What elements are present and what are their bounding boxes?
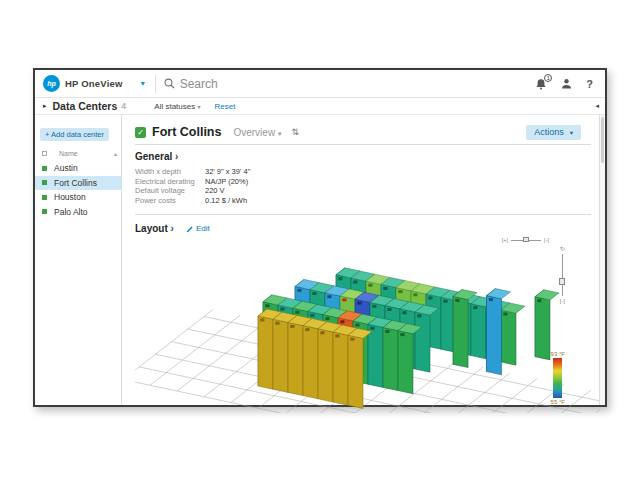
slider-track[interactable] xyxy=(511,240,541,241)
add-data-center-button[interactable]: + Add data center xyxy=(40,128,109,141)
content-scrollbar[interactable] xyxy=(599,115,605,405)
field-default-voltage: Default voltage 220 V xyxy=(135,186,591,196)
search-input[interactable] xyxy=(180,77,410,91)
pin-activity-icon[interactable]: ⇅ xyxy=(291,127,299,137)
divider xyxy=(135,214,591,215)
status-ok-icon xyxy=(42,166,47,171)
search-bar[interactable] xyxy=(164,77,536,91)
slider-handle[interactable] xyxy=(523,237,529,242)
temp-gradient-bar xyxy=(553,358,562,398)
actions-button[interactable]: Actions▾ xyxy=(526,125,581,140)
detail-pane: ✓ Fort Collins Overview ▾ ⇅ Actions▾ Gen… xyxy=(122,115,605,405)
sidebar-item-austin[interactable]: Austin xyxy=(35,161,121,176)
search-icon xyxy=(164,78,175,89)
list-item-label: Palo Alto xyxy=(54,207,88,217)
sidebar-item-fort-collins[interactable]: Fort Collins xyxy=(35,176,121,191)
chevron-down-icon: ▾ xyxy=(570,129,573,136)
zoom-slider[interactable]: ↻ [-] xyxy=(560,245,565,304)
sort-arrow-icon[interactable]: ▴ xyxy=(114,150,117,157)
alerts-count-badge: 1 xyxy=(544,74,552,82)
layout-section-heading[interactable]: Layout › xyxy=(135,223,174,234)
chevron-down-icon: ▾ xyxy=(278,130,282,137)
alerts-bell-icon[interactable]: 1 xyxy=(535,78,547,90)
product-name: HP OneView xyxy=(65,78,123,89)
sidebar-item-palo-alto[interactable]: Palo Alto xyxy=(35,205,121,220)
sidebar-item-houston[interactable]: Houston xyxy=(35,190,121,205)
datacenter-list-panel: + Add data center Name ▴ Austin Fort Col… xyxy=(35,115,122,405)
temp-max-label: 93 °F xyxy=(551,351,565,357)
status-column-icon xyxy=(42,151,47,156)
chevron-down-icon: ▾ xyxy=(197,104,200,110)
edit-layout-link[interactable]: Edit xyxy=(186,224,210,233)
rack-isometric-canvas[interactable] xyxy=(135,236,600,413)
pencil-icon xyxy=(186,225,194,233)
rotation-slider[interactable]: [+] [-] xyxy=(502,237,549,243)
general-section-heading[interactable]: General › xyxy=(135,151,591,162)
user-icon[interactable] xyxy=(561,78,572,89)
status-ok-icon xyxy=(42,180,47,185)
status-filter-dropdown[interactable]: All statuses ▾ xyxy=(154,102,200,111)
list-header[interactable]: Name ▴ xyxy=(39,150,117,159)
status-ok-icon xyxy=(42,209,47,214)
field-electrical-derating: Electrical derating NA/JP (20%) xyxy=(135,177,591,187)
slider-minus-label: [-] xyxy=(544,237,549,243)
slider-handle[interactable] xyxy=(559,278,565,285)
chevron-down-icon[interactable]: ▾ xyxy=(141,79,145,88)
panel-expand-icon[interactable]: ▸ xyxy=(43,102,47,110)
slider-minus-label: [-] xyxy=(560,298,565,304)
temperature-legend: 93 °F 55 °F xyxy=(551,351,565,405)
field-power-costs: Power costs 0.12 $ / kWh xyxy=(135,196,591,206)
hp-logo-icon: hp xyxy=(43,75,60,92)
field-width-depth: Width x depth 32' 9" x 39' 4" xyxy=(135,167,591,177)
scrollbar-thumb[interactable] xyxy=(601,117,604,163)
temp-min-label: 55 °F xyxy=(551,399,565,405)
list-item-label: Fort Collins xyxy=(54,178,97,188)
divider xyxy=(155,75,156,93)
layout-3d-view[interactable]: [+] [-] ↻ [-] 93 °F 55 °F xyxy=(135,236,591,413)
slider-plus-label: [+] xyxy=(502,237,508,243)
hp-oneview-window: hp HP OneView ▾ 1 ? ▸ Data Centers 4 All… xyxy=(33,68,607,407)
status-ok-check-icon: ✓ xyxy=(135,127,146,138)
name-column-header[interactable]: Name xyxy=(59,150,78,157)
view-selector-dropdown[interactable]: Overview ▾ xyxy=(233,127,281,138)
list-item-label: Austin xyxy=(54,163,78,173)
panel-collapse-icon[interactable]: ◂ xyxy=(595,102,599,110)
resource-count: 4 xyxy=(121,101,126,111)
page-title: Fort Collins xyxy=(152,125,221,139)
breadcrumb[interactable]: Data Centers xyxy=(53,100,118,112)
list-item-label: Houston xyxy=(54,192,86,202)
top-banner: hp HP OneView ▾ 1 ? xyxy=(35,70,605,98)
rotate-icon: ↻ xyxy=(560,245,565,252)
breadcrumb-bar: ▸ Data Centers 4 All statuses ▾ Reset ◂ xyxy=(35,98,605,115)
help-icon[interactable]: ? xyxy=(586,78,593,90)
status-ok-icon xyxy=(42,195,47,200)
reset-filter-link[interactable]: Reset xyxy=(214,102,235,111)
divider xyxy=(135,144,591,145)
slider-track[interactable] xyxy=(562,254,563,296)
